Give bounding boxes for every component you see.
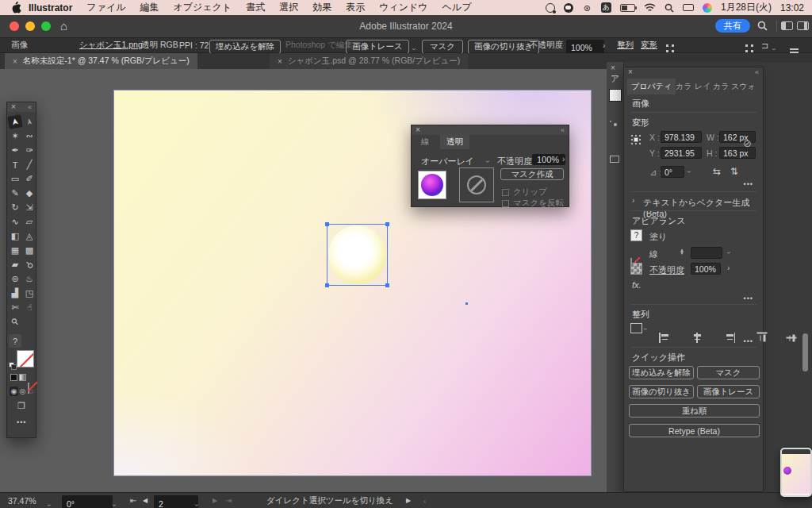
expand-section-icon[interactable]: › [632, 196, 634, 205]
mesh-tool[interactable]: ▦ [9, 244, 21, 257]
collapse-icon[interactable]: « [561, 125, 565, 135]
invert-mask-checkbox[interactable] [502, 200, 509, 207]
artboard-tool[interactable]: ◳ [23, 287, 36, 300]
align-center-horizontal-icon[interactable] [691, 333, 703, 343]
opacity-field[interactable]: 100% [532, 154, 565, 165]
character-panel-icon[interactable]: ア [611, 73, 619, 85]
selection-handle-ne[interactable] [385, 222, 389, 226]
apple-menu-icon[interactable] [11, 2, 21, 13]
artboard-panel-icon[interactable] [610, 156, 619, 163]
gradient-fill-button[interactable] [19, 374, 26, 381]
share-button[interactable]: 共有 [715, 19, 750, 33]
fx-button[interactable]: fx. [632, 280, 642, 290]
tools-panel-header[interactable]: × « [7, 102, 36, 112]
workspace-switcher-icon[interactable] [781, 21, 793, 30]
curvature-tool[interactable]: ✑ [23, 144, 36, 157]
rectangle-tool[interactable]: ▭ [9, 172, 21, 186]
linked-filename[interactable]: シャボン玉1.png [79, 38, 143, 52]
free-transform-tool[interactable]: ▱ [23, 215, 36, 229]
menu-effect[interactable]: 効果 [305, 1, 339, 14]
list-view-icon[interactable] [790, 48, 799, 50]
first-artboard-icon[interactable]: ⇤ [130, 493, 136, 508]
align-left-icon[interactable] [659, 333, 670, 343]
arrange-icons[interactable] [745, 44, 753, 52]
status-caret-icon[interactable]: ▶ [406, 493, 411, 508]
constrain-proportions-off-icon[interactable]: ⊘ [743, 137, 752, 149]
paintbrush-tool[interactable]: ✐ [23, 172, 36, 186]
default-fill-stroke-icon[interactable] [9, 362, 17, 370]
home-icon[interactable]: ⌂ [60, 19, 67, 33]
selection-handle-se[interactable] [385, 283, 389, 287]
ime-input-icon[interactable]: あ [601, 2, 611, 13]
pencil-tool[interactable]: ✎ [9, 187, 21, 200]
panel-layout-icon[interactable] [797, 21, 809, 30]
stroke-weight-dropdown-icon[interactable]: › [725, 252, 732, 254]
menu-help[interactable]: ヘルプ [435, 1, 479, 14]
properties-panel-header[interactable]: × « [624, 67, 763, 77]
tab-stroke[interactable]: 線 [421, 134, 430, 149]
display-settings-icon[interactable] [683, 4, 694, 11]
blend-mode-select[interactable]: オーバーレイ [421, 156, 474, 167]
y-field[interactable]: 2931.95 [661, 147, 702, 159]
appearance-opacity-field[interactable]: 100% [691, 263, 721, 275]
opacity-link[interactable]: 不透明度 [649, 264, 684, 276]
spotlight-search-icon[interactable] [665, 3, 674, 13]
flip-vertical-icon[interactable]: ⇅ [730, 166, 738, 177]
artboard-dropdown-icon[interactable]: › [189, 504, 204, 506]
opacity-swatch[interactable] [630, 263, 642, 275]
close-icon[interactable]: × [611, 64, 615, 72]
document-tab-active[interactable]: × 名称未設定-1* @ 37.47 % (RGB/プレビュー) [5, 53, 197, 69]
menu-file[interactable]: ファイル [79, 1, 132, 14]
rotation-field[interactable]: 0° [62, 495, 113, 508]
more-options-icon[interactable]: ••• [744, 294, 753, 302]
align-right-icon[interactable] [724, 333, 735, 343]
menu-bar-date[interactable]: 1月28日(火) [721, 1, 772, 14]
object-thumbnail[interactable] [418, 171, 446, 199]
eraser-tool[interactable]: ◆ [23, 187, 36, 200]
siri-icon[interactable] [703, 3, 712, 13]
draw-normal-mode-icon[interactable]: ◉ [10, 387, 18, 396]
align-to-artboard-icon[interactable] [630, 323, 642, 333]
selection-handle-sw[interactable] [325, 283, 329, 287]
mask-button[interactable]: マスク [422, 40, 463, 54]
menu-edit[interactable]: 編集 [132, 1, 166, 14]
previous-artboard-icon[interactable]: ◀ [143, 493, 147, 508]
mask-thumbnail-empty[interactable] [459, 167, 494, 202]
scale-tool[interactable]: ⇲ [23, 201, 36, 214]
shear-tool[interactable]: ▰ [9, 258, 21, 271]
zoom-level-field[interactable]: 37.47% [8, 493, 36, 508]
wifi-icon[interactable] [644, 3, 656, 12]
dock-dropdown-icon[interactable]: › [767, 48, 781, 51]
quick-arrange-button[interactable]: 重ね順 [629, 404, 760, 418]
pen-tool[interactable]: ✒ [9, 144, 21, 157]
zoom-window-button[interactable] [41, 21, 51, 31]
lasso-tool[interactable]: ∾ [23, 129, 36, 143]
align-middle-vertical-icon[interactable] [787, 333, 797, 344]
quick-unembed-button[interactable]: 埋め込みを解除 [629, 366, 694, 379]
zoom-tool[interactable]: ⚲ [6, 313, 24, 331]
dock-scrollbar-handle[interactable] [802, 333, 808, 371]
shape-builder-tool[interactable]: ◧ [9, 229, 21, 243]
collapse-icon[interactable]: « [755, 67, 759, 77]
document-tab-inactive[interactable]: × シャボン玉.psd @ 28.77 % (RGB/プレビュー) [270, 53, 468, 69]
graph-tool[interactable]: ▟ [9, 287, 21, 300]
battery-icon[interactable] [620, 4, 635, 12]
unembed-button[interactable]: 埋め込みを解除 [209, 40, 281, 54]
image-trace-dropdown-icon[interactable]: › [407, 48, 421, 51]
collapse-icon[interactable]: « [28, 102, 32, 112]
type-tool[interactable]: T [9, 158, 21, 171]
quick-crop-button[interactable]: 画像の切り抜き [629, 385, 694, 398]
transparency-panel-header[interactable]: × « [412, 125, 569, 135]
selection-tool[interactable]: ➤ [7, 114, 23, 129]
draw-inside-mode-icon[interactable]: ◌ [27, 387, 36, 396]
tab-transparency[interactable]: 透明 [440, 134, 469, 149]
close-icon[interactable]: × [11, 102, 16, 112]
rotation-dropdown-icon[interactable]: › [106, 504, 121, 506]
eyedropper-tool[interactable]: ⚲ [20, 256, 38, 274]
transform-link[interactable]: 変形 [641, 38, 657, 52]
close-tab-icon[interactable]: × [278, 57, 282, 66]
fill-label[interactable]: 塗り [649, 231, 667, 243]
menu-select[interactable]: 選択 [272, 1, 305, 14]
search-icon[interactable] [757, 21, 768, 31]
rotate-tool[interactable]: ↻ [9, 201, 21, 214]
